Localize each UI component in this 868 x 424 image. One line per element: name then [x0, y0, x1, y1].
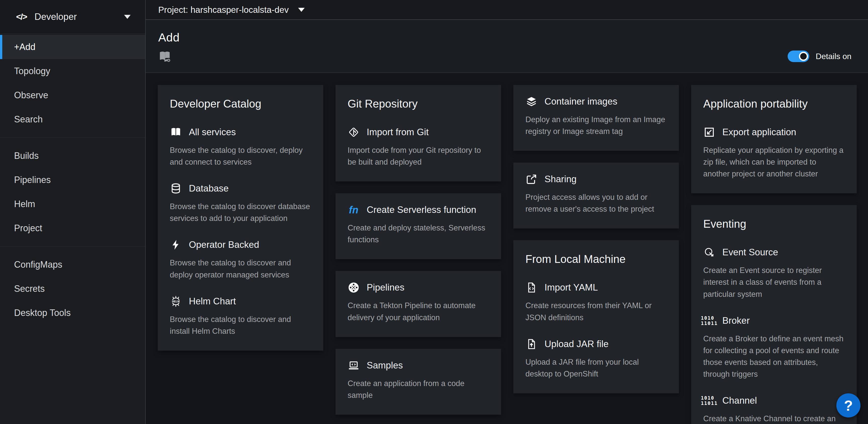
item-description: Create a Broker to define an event mesh …	[703, 333, 845, 380]
item-head: Event Source	[703, 246, 845, 258]
binary-icon: 101011011	[703, 315, 715, 327]
add-item-operator-backed[interactable]: Operator BackedBrowse the catalog to dis…	[170, 239, 311, 281]
sidebar: </> Developer +AddTopologyObserveSearchB…	[0, 0, 146, 424]
item-title: Channel	[722, 395, 757, 406]
details-toggle-label: Details on	[816, 52, 851, 61]
item-head: Sharing	[525, 173, 667, 185]
sidebar-item-desktop-tools[interactable]: Desktop Tools	[0, 301, 145, 325]
project-selector[interactable]: Project: harshcasper-localsta-dev	[158, 5, 305, 15]
item-title: Import from Git	[367, 127, 429, 138]
add-item-helm-chart[interactable]: HELMHelm ChartBrowse the catalog to disc…	[170, 295, 311, 337]
sidebar-item-topology[interactable]: Topology	[0, 59, 145, 83]
sidebar-item-pipelines[interactable]: Pipelines	[0, 168, 145, 192]
page-header: Add Details on	[146, 20, 868, 73]
perspective-label: Developer	[34, 11, 77, 22]
help-button[interactable]: ?	[836, 393, 861, 418]
add-item-samples[interactable]: SamplesCreate an application from a code…	[348, 360, 489, 401]
guided-tour-book-icon[interactable]	[158, 50, 171, 64]
item-title: All services	[189, 127, 236, 138]
add-column-1: Developer CatalogAll servicesBrowse the …	[158, 85, 323, 350]
item-head: 101011011Channel	[703, 395, 845, 407]
add-item-all-services[interactable]: All servicesBrowse the catalog to discov…	[170, 126, 311, 168]
add-item-upload-jar-file[interactable]: Upload JAR fileUpload a JAR file from yo…	[525, 338, 667, 380]
card-pipelines: PipelinesCreate a Tekton Pipeline to aut…	[336, 271, 501, 337]
details-toggle[interactable]	[787, 51, 809, 62]
item-description: Browse the catalog to discover and insta…	[170, 313, 311, 337]
item-head: Database	[170, 182, 311, 195]
add-item-channel[interactable]: 101011011ChannelCreate a Knative Channel…	[703, 395, 845, 424]
item-title: Sharing	[545, 174, 577, 185]
sidebar-item-add[interactable]: +Add	[0, 35, 145, 59]
item-title: Container images	[545, 96, 617, 107]
item-head: All services	[170, 126, 311, 138]
layers-icon	[525, 95, 537, 108]
item-title: Event Source	[722, 247, 778, 258]
bolt-icon	[170, 239, 182, 251]
git-icon	[348, 126, 360, 138]
sidebar-item-observe[interactable]: Observe	[0, 83, 145, 107]
sidebar-item-search[interactable]: Search	[0, 107, 145, 132]
add-item-database[interactable]: DatabaseBrowse the catalog to discover d…	[170, 182, 311, 224]
card-title: From Local Machine	[525, 253, 667, 265]
item-title: Export application	[722, 127, 796, 138]
add-item-event-source[interactable]: Event SourceCreate an Event source to re…	[703, 246, 845, 300]
file-code-icon	[525, 282, 537, 293]
sidebar-item-secrets[interactable]: Secrets	[0, 277, 145, 301]
binary-icon: 101011011	[703, 395, 715, 407]
card-container-images: Container imagesDeploy an existing Image…	[514, 85, 679, 151]
item-head: Import from Git	[348, 126, 489, 138]
add-item-create-serverless-function[interactable]: fnCreate Serverless functionCreate and d…	[348, 204, 489, 246]
samples-icon	[348, 360, 360, 371]
masthead: Project: harshcasper-localsta-dev	[146, 0, 868, 20]
add-item-import-yaml[interactable]: Import YAMLCreate resources from their Y…	[525, 282, 667, 323]
sidebar-item-project[interactable]: Project	[0, 216, 145, 240]
item-description: Create an Event source to register inter…	[703, 264, 845, 300]
perspective-switcher[interactable]: </> Developer	[0, 0, 145, 34]
item-title: Create Serverless function	[367, 205, 476, 215]
item-description: Browse the catalog to discover, deploy a…	[170, 144, 311, 168]
item-head: Samples	[348, 360, 489, 371]
card-developer-catalog: Developer CatalogAll servicesBrowse the …	[158, 85, 323, 350]
item-description: Create a Knative Channel to create an ev…	[703, 413, 845, 424]
item-head: Upload JAR file	[525, 338, 667, 350]
sidebar-item-configmaps[interactable]: ConfigMaps	[0, 253, 145, 277]
item-description: Create and deploy stateless, Serverless …	[348, 222, 489, 246]
item-description: Create an application from a code sample	[348, 377, 489, 401]
main-area: Project: harshcasper-localsta-dev Add De…	[146, 0, 868, 424]
add-item-broker[interactable]: 101011011BrokerCreate a Broker to define…	[703, 315, 845, 380]
chevron-down-icon	[298, 8, 305, 12]
add-item-export-application[interactable]: Export applicationReplicate your applica…	[703, 126, 845, 180]
sidebar-nav: +AddTopologyObserveSearchBuildsPipelines…	[0, 34, 145, 424]
event-source-icon	[703, 246, 715, 258]
item-head: Operator Backed	[170, 239, 311, 251]
card-title: Git Repository	[348, 97, 489, 110]
app-root: </> Developer +AddTopologyObserveSearchB…	[0, 0, 868, 424]
card-eventing: EventingEvent SourceCreate an Event sour…	[691, 205, 857, 424]
add-item-sharing[interactable]: SharingProject access allows you to add …	[525, 173, 667, 215]
item-title: Database	[189, 183, 228, 194]
sidebar-item-helm[interactable]: Helm	[0, 192, 145, 216]
add-column-3: Container imagesDeploy an existing Image…	[514, 85, 679, 393]
svg-text:HELM: HELM	[172, 300, 180, 303]
card-sharing: SharingProject access allows you to add …	[514, 163, 679, 228]
add-item-container-images[interactable]: Container imagesDeploy an existing Image…	[525, 95, 667, 137]
item-title: Samples	[367, 360, 403, 371]
card-git-repository: Git RepositoryImport from GitImport code…	[336, 85, 501, 181]
item-title: Upload JAR file	[545, 339, 609, 349]
item-description: Project access allows you to add or remo…	[525, 191, 667, 215]
add-column-4: Application portabilityExport applicatio…	[691, 85, 857, 424]
details-toggle-group: Details on	[787, 51, 851, 62]
sidebar-item-builds[interactable]: Builds	[0, 144, 145, 168]
item-description: Replicate your application by exporting …	[703, 144, 845, 180]
item-head: 101011011Broker	[703, 315, 845, 327]
toggle-knob	[799, 52, 808, 61]
nav-group-2: BuildsPipelinesHelmProject	[0, 138, 145, 246]
add-item-import-from-git[interactable]: Import from GitImport code from your Git…	[348, 126, 489, 168]
item-title: Broker	[722, 315, 750, 326]
card-from-local-machine: From Local MachineImport YAMLCreate reso…	[514, 240, 679, 393]
project-selector-label: Project: harshcasper-localsta-dev	[158, 5, 288, 15]
helm-icon: HELM	[170, 295, 182, 307]
item-title: Helm Chart	[189, 296, 236, 307]
item-description: Import code from your Git repository to …	[348, 144, 489, 168]
add-item-pipelines[interactable]: PipelinesCreate a Tekton Pipeline to aut…	[348, 282, 489, 323]
